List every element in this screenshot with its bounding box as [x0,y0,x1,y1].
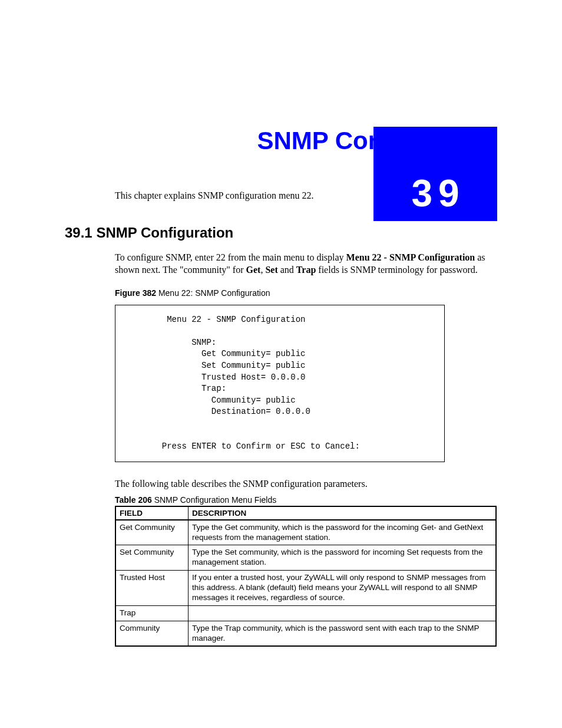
section-heading: 39.1 SNMP Configuration [65,225,497,241]
table-label-text: SNMP Configuration Menu Fields [152,495,276,505]
cell-desc: Type the Trap community, which is the pa… [189,621,497,646]
section-body: To configure SNMP, enter 22 from the mai… [115,252,497,276]
table-label-bold: Table 206 [115,495,152,505]
col-header-desc: DESCRIPTION [189,506,497,520]
chapter-number: 39 [411,172,465,215]
cell-desc [189,605,497,621]
menu-ref: Menu 22 - SNMP Configuration [346,252,475,262]
para-text: fields is SNMP terminology for password. [316,265,478,275]
table-label: Table 206 SNMP Configuration Menu Fields [115,495,497,505]
table-row: Set Community Type the Set community, wh… [115,545,496,571]
chapter-number-box: 39 [373,127,497,221]
cell-field: Set Community [115,545,189,571]
figure-label-bold: Figure 382 [115,288,156,298]
trap-bold: Trap [296,265,316,275]
para-text: and [278,265,296,275]
param-table: FIELD DESCRIPTION Get Community Type the… [115,506,497,647]
table-header-row: FIELD DESCRIPTION [115,506,496,520]
get-bold: Get [246,265,261,275]
table-row: Trusted Host If you enter a trusted host… [115,571,496,606]
table-row: Get Community Type the Get community, wh… [115,520,496,545]
cell-field: Trusted Host [115,571,189,606]
table-row: Community Type the Trap community, which… [115,621,496,646]
cell-field: Community [115,621,189,646]
col-header-field: FIELD [115,506,189,520]
para-text: To configure SNMP, enter 22 from the mai… [115,252,346,262]
set-bold: Set [265,265,277,275]
cell-desc: Type the Set community, which is the pas… [189,545,497,571]
figure-label: Figure 382 Menu 22: SNMP Configuration [115,288,497,298]
cell-field: Trap [115,605,189,621]
cell-field: Get Community [115,520,189,545]
table-row: Trap [115,605,496,621]
table-intro: The following table describes the SNMP c… [115,479,497,489]
cell-desc: Type the Get community, which is the pas… [189,520,497,545]
figure-label-text: Menu 22: SNMP Configuration [156,288,270,298]
cell-desc: If you enter a trusted host, your ZyWALL… [189,571,497,606]
menu-screenshot: Menu 22 - SNMP Configuration SNMP: Get C… [115,305,445,462]
